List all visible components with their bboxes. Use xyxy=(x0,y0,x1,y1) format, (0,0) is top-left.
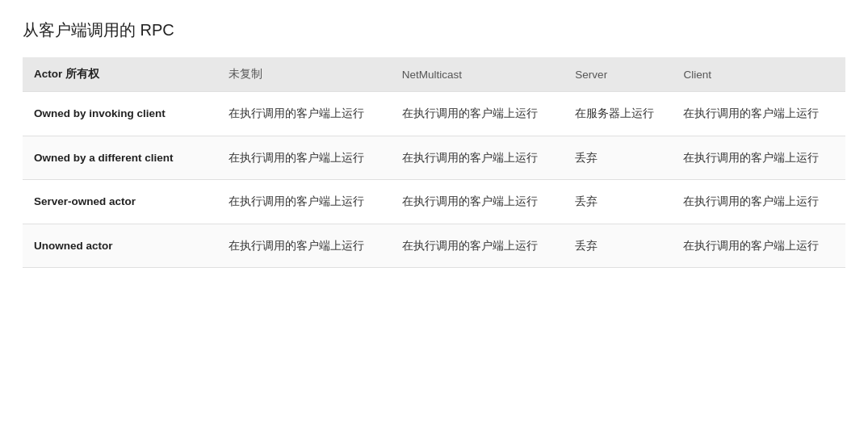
cell-netmulticast: 在执行调用的客户端上运行 xyxy=(391,92,564,136)
cell-server: 丢弃 xyxy=(564,180,672,224)
rpc-table: Actor 所有权 未复制 NetMulticast Server Client… xyxy=(23,57,845,268)
cell-unreplicated: 在执行调用的客户端上运行 xyxy=(217,224,391,268)
col-header-netmulticast: NetMulticast xyxy=(391,57,564,92)
cell-server: 丢弃 xyxy=(564,224,672,268)
cell-client: 在执行调用的客户端上运行 xyxy=(672,92,845,136)
table-row: Owned by a different client在执行调用的客户端上运行在… xyxy=(23,136,845,180)
cell-netmulticast: 在执行调用的客户端上运行 xyxy=(391,224,564,268)
cell-ownership: Owned by a different client xyxy=(23,136,217,180)
col-header-unreplicated: 未复制 xyxy=(217,57,391,92)
table-header-row: Actor 所有权 未复制 NetMulticast Server Client xyxy=(23,57,845,92)
cell-client: 在执行调用的客户端上运行 xyxy=(672,180,845,224)
table-row: Owned by invoking client在执行调用的客户端上运行在执行调… xyxy=(23,92,845,136)
table-row: Unowned actor在执行调用的客户端上运行在执行调用的客户端上运行丢弃在… xyxy=(23,224,845,268)
cell-server: 在服务器上运行 xyxy=(564,92,672,136)
col-header-client: Client xyxy=(672,57,845,92)
cell-ownership: Server-owned actor xyxy=(23,180,217,224)
col-header-ownership: Actor 所有权 xyxy=(23,57,217,92)
cell-unreplicated: 在执行调用的客户端上运行 xyxy=(217,180,391,224)
cell-server: 丢弃 xyxy=(564,136,672,180)
cell-client: 在执行调用的客户端上运行 xyxy=(672,136,845,180)
cell-ownership: Unowned actor xyxy=(23,224,217,268)
cell-netmulticast: 在执行调用的客户端上运行 xyxy=(391,180,564,224)
page-title: 从客户端调用的 RPC xyxy=(23,19,845,41)
cell-client: 在执行调用的客户端上运行 xyxy=(672,224,845,268)
col-header-server: Server xyxy=(564,57,672,92)
cell-unreplicated: 在执行调用的客户端上运行 xyxy=(217,92,391,136)
cell-netmulticast: 在执行调用的客户端上运行 xyxy=(391,136,564,180)
cell-unreplicated: 在执行调用的客户端上运行 xyxy=(217,136,391,180)
table-row: Server-owned actor在执行调用的客户端上运行在执行调用的客户端上… xyxy=(23,180,845,224)
cell-ownership: Owned by invoking client xyxy=(23,92,217,136)
